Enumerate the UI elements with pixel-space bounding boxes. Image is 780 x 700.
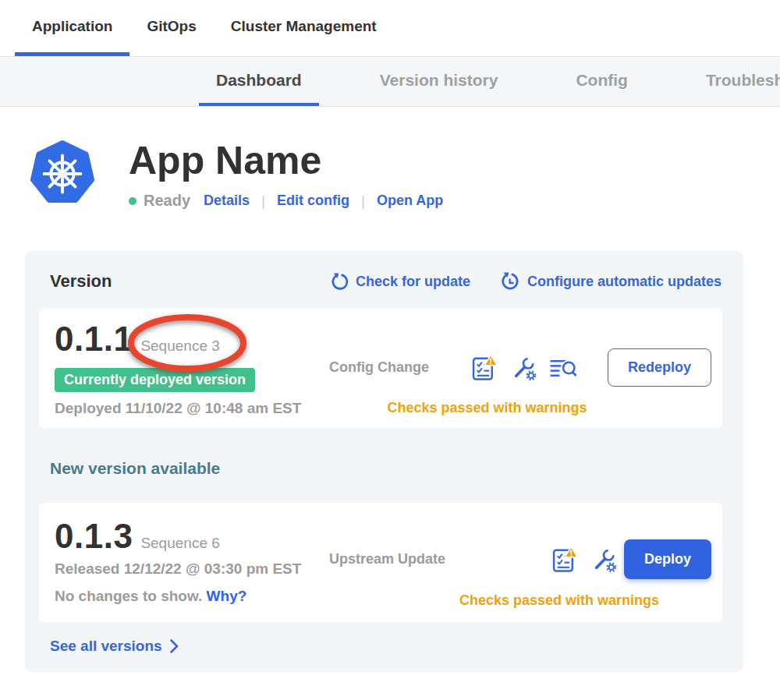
no-changes-text: No changes to show. Why?	[55, 588, 329, 605]
tab-config[interactable]: Config	[558, 57, 644, 106]
available-version-sequence: Sequence 6	[140, 535, 219, 552]
preflight-checks-icon[interactable]	[552, 546, 578, 573]
available-version-number: 0.1.3	[55, 517, 133, 556]
open-app-link[interactable]: Open App	[377, 193, 443, 209]
app-title: App Name	[129, 141, 443, 180]
redeploy-button[interactable]: Redeploy	[608, 348, 711, 387]
current-version-number: 0.1.1	[55, 320, 133, 359]
chevron-right-icon	[170, 639, 179, 653]
available-checks-warning: Checks passed with warnings	[412, 592, 707, 609]
tab-gitops-label: GitOps	[147, 18, 196, 35]
tab-troubleshoot-label: Troubleshoot	[706, 71, 780, 90]
tab-version-history-label: Version history	[380, 71, 498, 90]
see-all-versions-label: See all versions	[50, 638, 162, 655]
tab-gitops[interactable]: GitOps	[129, 0, 213, 56]
available-version-source: Upstream Update	[329, 551, 445, 567]
clock-refresh-icon	[500, 272, 520, 291]
current-version-source: Config Change	[329, 359, 429, 376]
edit-config-link[interactable]: Edit config	[277, 193, 349, 209]
why-link[interactable]: Why?	[207, 588, 247, 604]
separator: |	[361, 193, 365, 210]
tab-dashboard-label: Dashboard	[216, 71, 302, 90]
secondary-nav: Dashboard Version history Config Trouble…	[0, 57, 780, 107]
configure-automatic-updates-link[interactable]: Configure automatic updates	[500, 272, 722, 291]
wrench-gear-icon[interactable]	[511, 355, 536, 380]
diff-lines-magnifier-icon[interactable]	[549, 355, 576, 380]
wrench-gear-icon[interactable]	[591, 547, 616, 572]
current-version-card: 0.1.1 Sequence 3 Currently deployed vers…	[39, 309, 722, 428]
available-version-card: 0.1.3 Sequence 6 Released 12/12/22 @ 03:…	[39, 503, 722, 622]
tab-application-label: Application	[32, 18, 112, 35]
check-for-update-label: Check for update	[356, 274, 470, 290]
status-dot-icon	[129, 197, 136, 205]
primary-nav: Application GitOps Cluster Management	[0, 0, 780, 57]
separator: |	[261, 193, 265, 210]
deployed-badge: Currently deployed version	[55, 368, 255, 392]
app-header: App Name Ready Details | Edit config | O…	[29, 140, 780, 210]
deployed-timestamp: Deployed 11/10/22 @ 10:48 am EST	[55, 400, 329, 417]
released-timestamp: Released 12/12/22 @ 03:30 pm EST	[55, 560, 329, 578]
no-changes-label: No changes to show.	[55, 588, 202, 604]
tab-dashboard[interactable]: Dashboard	[199, 57, 319, 106]
current-checks-warning: Checks passed with warnings	[348, 400, 626, 416]
tab-cluster-management[interactable]: Cluster Management	[214, 0, 394, 56]
current-version-sequence: Sequence 3	[140, 338, 219, 355]
version-panel: Version Check for update Configure autom…	[25, 251, 743, 672]
kubernetes-logo-icon	[29, 140, 96, 207]
configure-automatic-updates-label: Configure automatic updates	[527, 274, 722, 290]
details-link[interactable]: Details	[204, 193, 250, 209]
new-version-heading: New version available	[50, 459, 729, 478]
see-all-versions-link[interactable]: See all versions	[50, 638, 179, 655]
tab-application[interactable]: Application	[15, 0, 129, 56]
tab-troubleshoot[interactable]: Troubleshoot	[689, 57, 780, 106]
tab-cluster-management-label: Cluster Management	[231, 18, 377, 35]
check-for-update-link[interactable]: Check for update	[331, 272, 470, 291]
version-panel-title: Version	[50, 271, 112, 292]
preflight-checks-icon[interactable]	[472, 354, 498, 381]
deploy-button[interactable]: Deploy	[624, 539, 711, 579]
tab-config-label: Config	[576, 71, 627, 90]
refresh-icon	[331, 273, 349, 290]
tab-version-history[interactable]: Version history	[363, 57, 516, 106]
app-status: Ready	[144, 192, 190, 210]
